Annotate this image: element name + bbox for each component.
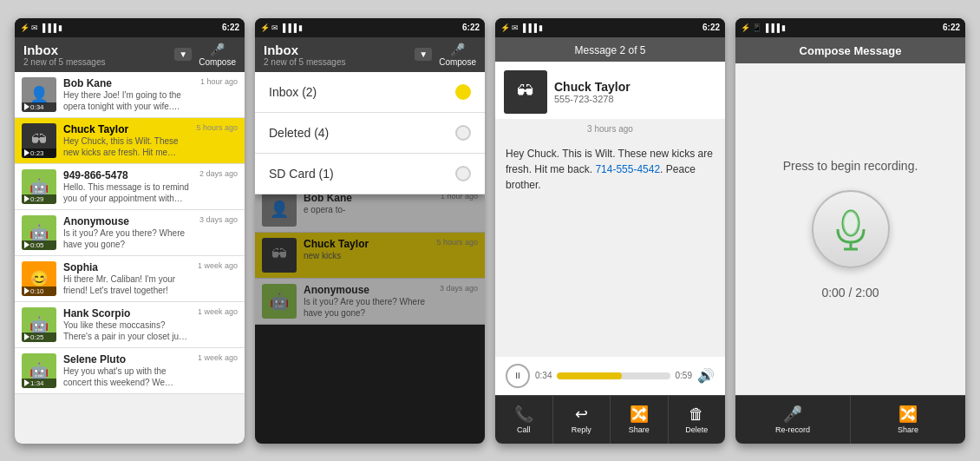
status-icons-4: ⚡ 📱 ▐▐▐ ▮ xyxy=(741,23,786,32)
msg-preview-anon: Is it you? Are you there? Where have you… xyxy=(63,227,193,250)
msg-name-chuck: Chuck Taylor xyxy=(63,123,189,135)
usb-icon: ⚡ xyxy=(20,23,29,32)
msg-name-anon: Anonymouse xyxy=(63,215,193,227)
bg-msg-chuck: 🕶 Chuck Taylor new kicks 5 hours ago xyxy=(255,233,485,279)
msg-item-selene[interactable]: 🤖 1:34 Selene Pluto Hey you what's up wi… xyxy=(15,348,245,394)
dropdown-sdcard-label: SD Card (1) xyxy=(269,167,334,181)
header-left-1: Inbox 2 new of 5 messages xyxy=(23,43,106,67)
duration-anon: 0:05 xyxy=(22,240,56,250)
detail-content: 🕶 Chuck Taylor 555-723-3278 3 hours ago … xyxy=(495,62,725,444)
pause-button[interactable]: ⏸ xyxy=(506,364,530,388)
status-time-3: 6:22 xyxy=(702,23,720,32)
action-reply[interactable]: ↩ Reply xyxy=(553,396,611,444)
dropdown-inbox[interactable]: Inbox (2) xyxy=(255,72,485,113)
msg-preview-hank: You like these moccasins? There's a pair… xyxy=(63,319,191,342)
signal-icon-4: ▐▐▐ xyxy=(763,23,780,32)
status-bar-3: ⚡ ✉ ▐▐▐ ▮ 6:22 xyxy=(495,18,725,37)
app-header-1: Inbox 2 new of 5 messages ▼ 🎤 Compose xyxy=(15,37,245,72)
duration-bob: 0:34 xyxy=(22,102,56,112)
rerecord-icon: 🎤 xyxy=(783,405,802,424)
share-label: Share xyxy=(629,425,650,434)
msg-item-sophia[interactable]: 😊 0:10 Sophia Hi there Mr. Caliban! I'm … xyxy=(15,256,245,302)
status-icons-left: ⚡ ✉ ▐▐▐ ▮ xyxy=(20,23,62,32)
msg-body-anon: Anonymouse Is it you? Are you there? Whe… xyxy=(63,215,193,250)
msg-phone-link[interactable]: 714-555-4542 xyxy=(595,163,660,175)
header-right-1: ▼ 🎤 Compose xyxy=(174,43,236,67)
status-bar-1: ⚡ ✉ ▐▐▐ ▮ 6:22 xyxy=(15,18,245,37)
progress-fill xyxy=(557,372,621,379)
msg-time-chuck: 5 hours ago xyxy=(196,123,238,132)
msg-time-949: 2 days ago xyxy=(199,169,238,178)
msg-item-bob[interactable]: 👤 0:34 Bob Kane Hey there Joe! I'm going… xyxy=(15,72,245,118)
contact-number: 555-723-3278 xyxy=(554,94,630,104)
inbox-subtitle-2: 2 new of 5 messages xyxy=(264,57,346,67)
phone-icon-4: 📱 xyxy=(752,23,761,32)
msg-item-chuck[interactable]: 🕶 0:23 Chuck Taylor Hey Chuck, this is W… xyxy=(15,118,245,164)
duration-hank: 0:25 xyxy=(22,333,56,342)
msg-name-selene: Selene Pluto xyxy=(63,353,191,366)
record-button[interactable] xyxy=(812,190,890,268)
time-hank: 0:25 xyxy=(30,333,44,341)
msg-time-selene: 1 week ago xyxy=(198,353,238,362)
avatar-bob: 👤 0:34 xyxy=(22,77,56,112)
svg-point-3 xyxy=(843,211,859,235)
phone-3: ⚡ ✉ ▐▐▐ ▮ 6:22 Message 2 of 5 🕶 Chuck Ta… xyxy=(495,18,725,444)
volume-icon[interactable]: 🔊 xyxy=(697,367,715,384)
status-time-2: 6:22 xyxy=(462,23,480,32)
msg-item-anon[interactable]: 🤖 0:05 Anonymouse Is it you? Are you the… xyxy=(15,210,245,256)
msg-body-bob: Bob Kane Hey there Joe! I'm going to the… xyxy=(63,77,193,112)
msg-body-949: 949-866-5478 Hello. This message is to r… xyxy=(63,169,193,204)
msg-body-selene: Selene Pluto Hey you what's up with the … xyxy=(63,353,191,388)
action-delete[interactable]: 🗑 Delete xyxy=(669,396,726,444)
msg-body-hank: Hank Scorpio You like these moccasins? T… xyxy=(63,307,191,342)
time-949: 0:29 xyxy=(30,195,44,203)
compose-button-1[interactable]: 🎤 Compose xyxy=(199,43,236,67)
status-time-1: 6:22 xyxy=(222,23,239,32)
inbox-title-2: Inbox xyxy=(264,43,346,57)
msg-icon-3: ✉ xyxy=(512,23,519,32)
action-share[interactable]: 🔀 Share xyxy=(611,396,669,444)
player-current: 0:34 xyxy=(535,371,552,380)
mic-svg xyxy=(829,207,872,251)
msg-body-sophia: Sophia Hi there Mr. Caliban! I'm your fr… xyxy=(63,261,191,296)
msg-icon-2: ✉ xyxy=(271,23,278,32)
usb-icon-4: ⚡ xyxy=(741,23,750,32)
action-share-compose[interactable]: 🔀 Share xyxy=(851,396,965,444)
msg-content: Hey Chuck. This is Wilt. These new kicks… xyxy=(495,139,725,357)
play-icon-anon xyxy=(24,241,29,248)
compose-title: Compose Message xyxy=(800,44,902,57)
action-call[interactable]: 📞 Call xyxy=(495,396,553,444)
record-timer: 0:00 / 2:00 xyxy=(821,286,879,300)
contact-info: Chuck Taylor 555-723-3278 xyxy=(554,80,630,104)
phone-1: ⚡ ✉ ▐▐▐ ▮ 6:22 Inbox 2 new of 5 messages… xyxy=(15,18,245,444)
action-rerecord[interactable]: 🎤 Re-record xyxy=(735,396,851,444)
message-list-1: 👤 0:34 Bob Kane Hey there Joe! I'm going… xyxy=(15,72,245,444)
msg-time-hank: 1 week ago xyxy=(198,307,238,316)
compose-screen: Press to begin recording. 0:00 / 2:00 🎤 … xyxy=(735,63,965,444)
player-total: 0:59 xyxy=(676,371,692,380)
dropdown-deleted[interactable]: Deleted (4) xyxy=(255,113,485,154)
time-selene: 1:34 xyxy=(30,379,44,387)
msg-name-hank: Hank Scorpio xyxy=(63,307,191,319)
dropdown-sdcard[interactable]: SD Card (1) xyxy=(255,154,485,194)
msg-preview-chuck: Hey Chuck, this is Wilt. These new kicks… xyxy=(63,135,189,158)
compose-button-2[interactable]: 🎤 Compose xyxy=(439,43,476,67)
time-bob: 0:34 xyxy=(30,103,44,111)
avatar-selene: 🤖 1:34 xyxy=(22,353,56,388)
bg-body-chuck: Chuck Taylor new kicks xyxy=(304,238,429,261)
phone-2: ⚡ ✉ ▐▐▐ ▮ 6:22 Inbox 2 new of 5 messages… xyxy=(255,18,485,444)
reply-icon: ↩ xyxy=(575,405,588,424)
progress-bar[interactable] xyxy=(557,372,670,379)
msg-preview-949: Hello. This message is to remind you of … xyxy=(63,181,193,204)
play-icon-hank xyxy=(24,333,29,340)
dropdown-button-2[interactable]: ▼ xyxy=(415,48,432,61)
signal-icon: ▐▐▐ xyxy=(40,23,56,32)
signal-icon-2: ▐▐▐ xyxy=(280,23,297,32)
bg-avatar-img-chuck: 🕶 xyxy=(262,238,297,273)
msg-preview-sophia: Hi there Mr. Caliban! I'm your friend! L… xyxy=(63,273,191,296)
msg-item-949[interactable]: 🤖 0:29 949-866-5478 Hello. This message … xyxy=(15,164,245,210)
contact-card: 🕶 Chuck Taylor 555-723-3278 xyxy=(495,62,725,119)
msg-item-hank[interactable]: 🤖 0:25 Hank Scorpio You like these mocca… xyxy=(15,302,245,348)
avatar-hank: 🤖 0:25 xyxy=(22,307,56,342)
dropdown-button-1[interactable]: ▼ xyxy=(174,48,192,61)
